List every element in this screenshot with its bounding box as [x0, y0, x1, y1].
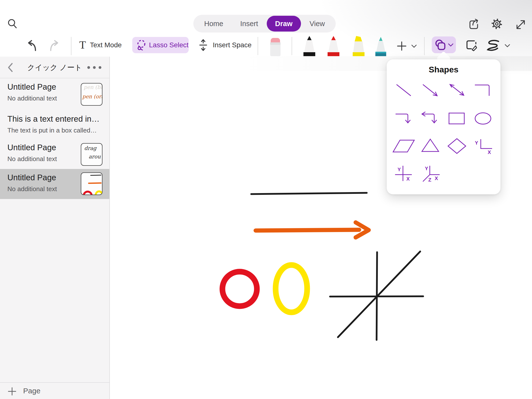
shape-parallelogram[interactable] [391, 133, 417, 160]
svg-text:X: X [435, 176, 438, 181]
shape-elbow-double-arrow[interactable] [417, 105, 444, 133]
shape-rectangle[interactable] [444, 105, 470, 133]
shape-diagonal-line[interactable] [391, 78, 417, 105]
svg-text:Y: Y [398, 167, 401, 172]
svg-text:Y: Y [425, 166, 428, 171]
shape-diamond[interactable] [444, 133, 470, 160]
shape-axes-xy[interactable]: Y X [470, 133, 497, 160]
shapes-popup-title: Shapes [387, 65, 500, 74]
onenote-app: Home Insert Draw View [0, 0, 532, 399]
svg-text:Y: Y [475, 140, 478, 146]
shapes-popup: Shapes [387, 59, 500, 194]
shape-elbow-connector[interactable] [470, 78, 497, 105]
shape-elbow-arrow-down[interactable] [391, 105, 417, 133]
ink-orange-arrow [256, 222, 369, 237]
ink-yellow-ellipse [276, 265, 307, 312]
svg-text:X: X [488, 150, 491, 155]
shape-diagonal-arrow[interactable] [417, 78, 444, 105]
ink-black-line [251, 193, 367, 194]
svg-text:Z: Z [428, 177, 431, 183]
shapes-grid: Y X Y X Y X Z [391, 78, 497, 188]
ink-axes-sketch [330, 251, 423, 340]
shape-axes-xy-cross[interactable]: Y X [391, 160, 417, 188]
ink-red-circle [222, 272, 257, 306]
shape-diagonal-double-arrow[interactable] [444, 78, 470, 105]
svg-text:X: X [406, 176, 410, 182]
shape-axes-xyz[interactable]: Y X Z [417, 160, 444, 188]
shape-ellipse[interactable] [470, 105, 497, 133]
shape-triangle[interactable] [417, 133, 444, 160]
